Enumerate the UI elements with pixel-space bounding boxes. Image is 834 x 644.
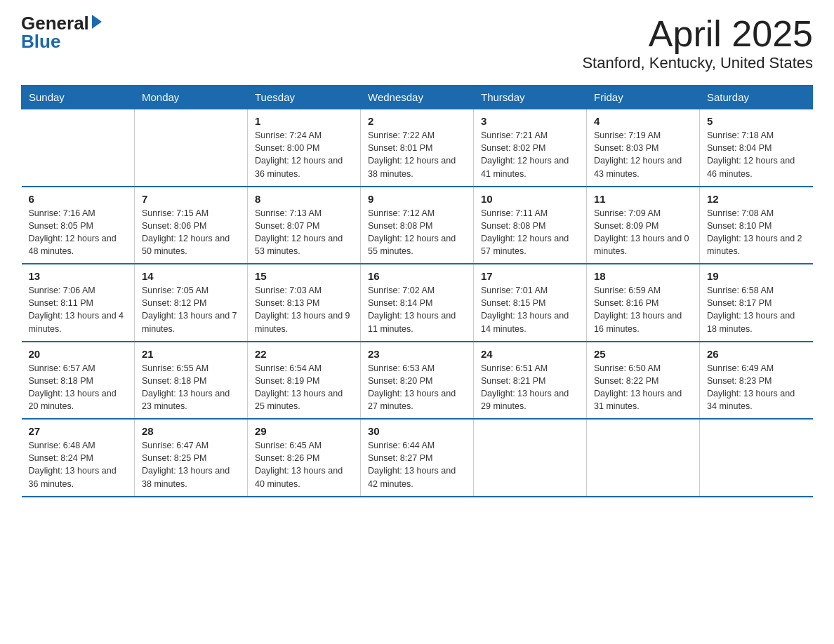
day-number: 5 [707,115,806,127]
logo-general-text: General [21,14,89,32]
day-number: 8 [255,193,353,205]
calendar-week-row: 27Sunrise: 6:48 AM Sunset: 8:24 PM Dayli… [22,419,813,497]
page-header: General Blue April 2025 Stanford, Kentuc… [21,14,813,72]
day-number: 6 [29,193,128,205]
calendar-cell: 11Sunrise: 7:09 AM Sunset: 8:09 PM Dayli… [587,187,700,264]
day-info: Sunrise: 7:05 AM Sunset: 8:12 PM Dayligh… [142,284,240,335]
calendar-cell: 27Sunrise: 6:48 AM Sunset: 8:24 PM Dayli… [22,419,135,497]
calendar-cell: 2Sunrise: 7:22 AM Sunset: 8:01 PM Daylig… [361,109,474,187]
calendar-cell: 29Sunrise: 6:45 AM Sunset: 8:26 PM Dayli… [248,419,361,497]
day-number: 25 [594,348,692,360]
day-info: Sunrise: 6:47 AM Sunset: 8:25 PM Dayligh… [142,439,240,490]
day-info: Sunrise: 6:58 AM Sunset: 8:17 PM Dayligh… [707,284,806,335]
calendar-header-row: SundayMondayTuesdayWednesdayThursdayFrid… [22,86,813,109]
day-number: 21 [142,348,240,360]
calendar-cell: 30Sunrise: 6:44 AM Sunset: 8:27 PM Dayli… [361,419,474,497]
page-title: April 2025 [582,14,813,54]
day-info: Sunrise: 7:15 AM Sunset: 8:06 PM Dayligh… [142,207,240,258]
day-number: 17 [481,270,579,282]
logo: General Blue [21,14,102,51]
day-info: Sunrise: 7:21 AM Sunset: 8:02 PM Dayligh… [481,129,579,180]
day-number: 12 [707,193,806,205]
day-number: 29 [255,425,353,437]
calendar-cell: 25Sunrise: 6:50 AM Sunset: 8:22 PM Dayli… [587,342,700,420]
calendar-cell: 16Sunrise: 7:02 AM Sunset: 8:14 PM Dayli… [361,264,474,342]
day-info: Sunrise: 7:16 AM Sunset: 8:05 PM Dayligh… [29,207,128,258]
day-info: Sunrise: 7:22 AM Sunset: 8:01 PM Dayligh… [368,129,466,180]
day-number: 13 [29,270,128,282]
day-info: Sunrise: 7:18 AM Sunset: 8:04 PM Dayligh… [707,129,806,180]
day-info: Sunrise: 6:44 AM Sunset: 8:27 PM Dayligh… [368,439,466,490]
day-info: Sunrise: 6:55 AM Sunset: 8:18 PM Dayligh… [142,362,240,413]
logo-arrow-icon [92,15,102,29]
calendar-table: SundayMondayTuesdayWednesdayThursdayFrid… [21,85,813,497]
calendar-cell: 23Sunrise: 6:53 AM Sunset: 8:20 PM Dayli… [361,342,474,420]
day-number: 22 [255,348,353,360]
day-info: Sunrise: 6:45 AM Sunset: 8:26 PM Dayligh… [255,439,353,490]
calendar-cell [587,419,700,497]
day-info: Sunrise: 7:13 AM Sunset: 8:07 PM Dayligh… [255,207,353,258]
day-number: 15 [255,270,353,282]
day-info: Sunrise: 7:02 AM Sunset: 8:14 PM Dayligh… [368,284,466,335]
calendar-cell: 28Sunrise: 6:47 AM Sunset: 8:25 PM Dayli… [135,419,248,497]
day-info: Sunrise: 6:49 AM Sunset: 8:23 PM Dayligh… [707,362,806,413]
day-info: Sunrise: 7:24 AM Sunset: 8:00 PM Dayligh… [255,129,353,180]
calendar-cell: 21Sunrise: 6:55 AM Sunset: 8:18 PM Dayli… [135,342,248,420]
day-number: 11 [594,193,692,205]
calendar-cell: 17Sunrise: 7:01 AM Sunset: 8:15 PM Dayli… [474,264,587,342]
day-number: 23 [368,348,466,360]
calendar-cell [700,419,813,497]
calendar-cell: 4Sunrise: 7:19 AM Sunset: 8:03 PM Daylig… [587,109,700,187]
day-info: Sunrise: 6:54 AM Sunset: 8:19 PM Dayligh… [255,362,353,413]
day-number: 10 [481,193,579,205]
day-info: Sunrise: 6:53 AM Sunset: 8:20 PM Dayligh… [368,362,466,413]
header-monday: Monday [135,86,248,109]
calendar-cell: 3Sunrise: 7:21 AM Sunset: 8:02 PM Daylig… [474,109,587,187]
calendar-week-row: 1Sunrise: 7:24 AM Sunset: 8:00 PM Daylig… [22,109,813,187]
calendar-cell: 10Sunrise: 7:11 AM Sunset: 8:08 PM Dayli… [474,187,587,264]
day-info: Sunrise: 6:51 AM Sunset: 8:21 PM Dayligh… [481,362,579,413]
calendar-week-row: 20Sunrise: 6:57 AM Sunset: 8:18 PM Dayli… [22,342,813,420]
calendar-cell: 12Sunrise: 7:08 AM Sunset: 8:10 PM Dayli… [700,187,813,264]
day-number: 1 [255,115,353,127]
logo-blue-text: Blue [21,31,60,52]
day-number: 7 [142,193,240,205]
day-info: Sunrise: 7:08 AM Sunset: 8:10 PM Dayligh… [707,207,806,258]
day-number: 14 [142,270,240,282]
title-block: April 2025 Stanford, Kentucky, United St… [582,14,813,72]
calendar-cell: 19Sunrise: 6:58 AM Sunset: 8:17 PM Dayli… [700,264,813,342]
page-subtitle: Stanford, Kentucky, United States [582,54,813,72]
calendar-cell: 7Sunrise: 7:15 AM Sunset: 8:06 PM Daylig… [135,187,248,264]
calendar-cell: 5Sunrise: 7:18 AM Sunset: 8:04 PM Daylig… [700,109,813,187]
calendar-cell [22,109,135,187]
day-info: Sunrise: 6:59 AM Sunset: 8:16 PM Dayligh… [594,284,692,335]
day-number: 16 [368,270,466,282]
calendar-cell: 18Sunrise: 6:59 AM Sunset: 8:16 PM Dayli… [587,264,700,342]
day-number: 9 [368,193,466,205]
calendar-cell: 24Sunrise: 6:51 AM Sunset: 8:21 PM Dayli… [474,342,587,420]
calendar-cell: 13Sunrise: 7:06 AM Sunset: 8:11 PM Dayli… [22,264,135,342]
day-number: 27 [29,425,128,437]
day-info: Sunrise: 6:48 AM Sunset: 8:24 PM Dayligh… [29,439,128,490]
calendar-cell: 9Sunrise: 7:12 AM Sunset: 8:08 PM Daylig… [361,187,474,264]
header-sunday: Sunday [22,86,135,109]
day-info: Sunrise: 7:03 AM Sunset: 8:13 PM Dayligh… [255,284,353,335]
day-info: Sunrise: 6:50 AM Sunset: 8:22 PM Dayligh… [594,362,692,413]
header-saturday: Saturday [700,86,813,109]
day-info: Sunrise: 7:06 AM Sunset: 8:11 PM Dayligh… [29,284,128,335]
day-number: 4 [594,115,692,127]
calendar-cell [474,419,587,497]
calendar-cell [135,109,248,187]
day-info: Sunrise: 7:19 AM Sunset: 8:03 PM Dayligh… [594,129,692,180]
calendar-cell: 8Sunrise: 7:13 AM Sunset: 8:07 PM Daylig… [248,187,361,264]
calendar-week-row: 6Sunrise: 7:16 AM Sunset: 8:05 PM Daylig… [22,187,813,264]
header-thursday: Thursday [474,86,587,109]
header-tuesday: Tuesday [248,86,361,109]
day-number: 24 [481,348,579,360]
header-friday: Friday [587,86,700,109]
day-number: 2 [368,115,466,127]
day-info: Sunrise: 7:09 AM Sunset: 8:09 PM Dayligh… [594,207,692,258]
calendar-cell: 22Sunrise: 6:54 AM Sunset: 8:19 PM Dayli… [248,342,361,420]
day-number: 26 [707,348,806,360]
calendar-week-row: 13Sunrise: 7:06 AM Sunset: 8:11 PM Dayli… [22,264,813,342]
